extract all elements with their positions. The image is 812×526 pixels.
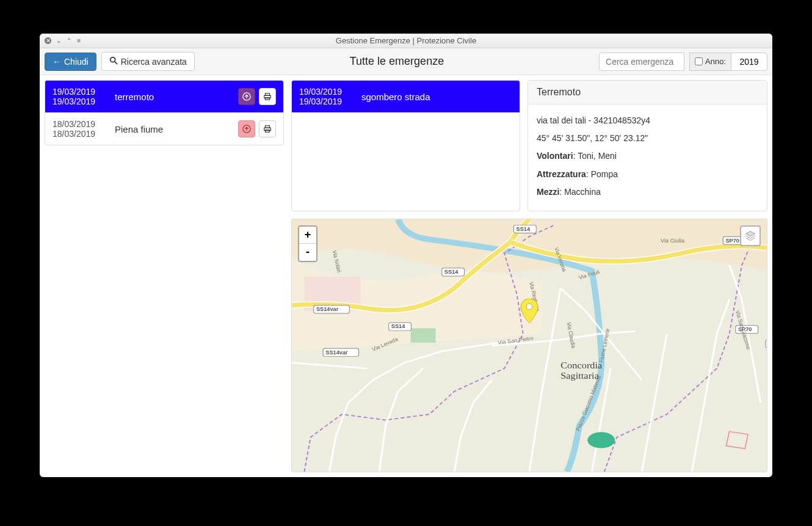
window-close-icon[interactable]: ✕ bbox=[45, 37, 51, 44]
right-column: 19/03/201919/03/2019sgombero strada Terr… bbox=[291, 80, 767, 472]
detail-body: via tal dei tali - 3421048532y4 45° 45' … bbox=[528, 104, 767, 211]
close-button[interactable]: ← Chiudi bbox=[45, 53, 96, 71]
item-dates: 18/03/201918/03/2019 bbox=[53, 119, 107, 139]
window-max-icon[interactable]: ⌃ bbox=[65, 37, 72, 44]
task-list: 19/03/201919/03/2019sgombero strada bbox=[291, 80, 520, 211]
titlebar: ✕ ⌄ ⌃ ≡ Gestione Emergenze | Protezione … bbox=[40, 34, 772, 48]
detail-panel: Terremoto via tal dei tali - 3421048532y… bbox=[527, 80, 767, 211]
search-input[interactable] bbox=[599, 53, 684, 71]
zoom-control: + - bbox=[298, 225, 317, 262]
svg-text:SS14: SS14 bbox=[517, 226, 531, 232]
svg-text:SS14var: SS14var bbox=[325, 349, 348, 356]
vehicles-label: Mezzi bbox=[537, 187, 559, 197]
toolbar: ← Chiudi Ricerca avanzata Tutte le emerg… bbox=[40, 48, 772, 75]
print-icon[interactable] bbox=[259, 120, 276, 137]
equipment-label: Attrezzatura bbox=[537, 169, 586, 179]
page-title: Tutte le emergenze bbox=[200, 55, 594, 68]
window-min-icon[interactable]: ⌄ bbox=[55, 37, 62, 44]
item-dates: 19/03/201919/03/2019 bbox=[299, 87, 354, 106]
svg-line-1 bbox=[114, 62, 117, 64]
right-top-row: 19/03/201919/03/2019sgombero strada Terr… bbox=[291, 80, 767, 211]
close-button-label: Chiudi bbox=[64, 57, 89, 67]
advanced-search-button[interactable]: Ricerca avanzata bbox=[101, 52, 195, 71]
map-canvas: Concordia Sagittaria SS14SS14varSS14varS… bbox=[292, 219, 767, 472]
zoom-out-button[interactable]: - bbox=[299, 244, 316, 261]
svg-point-45 bbox=[526, 304, 532, 310]
upload-icon[interactable] bbox=[238, 88, 255, 105]
volunteers-label: Volontari bbox=[537, 151, 573, 161]
svg-text:Sagittaria: Sagittaria bbox=[560, 371, 599, 381]
window-menu-icon[interactable]: ≡ bbox=[76, 37, 82, 44]
volunteers-value: Toni, Meni bbox=[578, 151, 617, 161]
detail-address: via tal dei tali - 3421048532y4 bbox=[537, 113, 758, 128]
zoom-in-button[interactable]: + bbox=[299, 227, 316, 244]
year-checkbox[interactable] bbox=[695, 57, 703, 65]
left-column: 19/03/201919/03/2019terremoto18/03/20191… bbox=[45, 80, 284, 472]
svg-rect-32 bbox=[766, 340, 767, 348]
year-label-text: Anno: bbox=[705, 57, 726, 66]
svg-text:SP70: SP70 bbox=[725, 238, 739, 244]
search-icon bbox=[109, 56, 118, 67]
window-title: Gestione Emergenze | Protezione Civile bbox=[40, 36, 772, 45]
arrow-left-icon: ← bbox=[53, 57, 61, 67]
vehicles-value: Macchina bbox=[564, 187, 601, 197]
print-icon[interactable] bbox=[259, 88, 276, 105]
list-item[interactable]: 18/03/201918/03/2019Piena fiume bbox=[45, 113, 283, 145]
detail-coords: 45° 45' 31.50", 12° 50' 23.12" bbox=[537, 131, 758, 146]
content: 19/03/201919/03/2019terremoto18/03/20191… bbox=[40, 75, 772, 477]
svg-text:Concordia: Concordia bbox=[560, 360, 602, 370]
svg-point-13 bbox=[587, 432, 615, 448]
svg-text:SS14var: SS14var bbox=[316, 306, 339, 312]
map-marker[interactable] bbox=[520, 299, 538, 325]
item-label: Piena fiume bbox=[115, 124, 231, 134]
year-input[interactable] bbox=[731, 53, 767, 71]
svg-rect-5 bbox=[266, 98, 270, 100]
emergency-list: 19/03/201919/03/2019terremoto18/03/20191… bbox=[45, 80, 284, 145]
svg-rect-9 bbox=[266, 130, 270, 133]
svg-point-0 bbox=[110, 57, 115, 62]
svg-text:SS14: SS14 bbox=[391, 324, 405, 330]
list-item[interactable]: 19/03/201919/03/2019sgombero strada bbox=[292, 81, 520, 112]
year-filter: Anno: bbox=[689, 53, 767, 71]
list-item[interactable]: 19/03/201919/03/2019terremoto bbox=[45, 81, 283, 113]
svg-rect-14 bbox=[411, 328, 436, 342]
item-label: terremoto bbox=[115, 92, 231, 102]
svg-text:SS14: SS14 bbox=[444, 269, 459, 275]
app-window: ✕ ⌄ ⌃ ≡ Gestione Emergenze | Protezione … bbox=[40, 34, 772, 477]
item-label: sgombero strada bbox=[361, 92, 512, 102]
detail-title: Terremoto bbox=[528, 81, 767, 104]
svg-text:Via Giulia: Via Giulia bbox=[661, 238, 684, 244]
layers-button[interactable] bbox=[740, 225, 761, 246]
equipment-value: Pompa bbox=[591, 169, 618, 179]
advanced-search-label: Ricerca avanzata bbox=[121, 57, 187, 67]
layers-icon bbox=[744, 230, 756, 242]
item-dates: 19/03/201919/03/2019 bbox=[53, 87, 107, 106]
upload-icon[interactable] bbox=[238, 120, 255, 137]
map[interactable]: Concordia Sagittaria SS14SS14varSS14varS… bbox=[291, 219, 767, 472]
